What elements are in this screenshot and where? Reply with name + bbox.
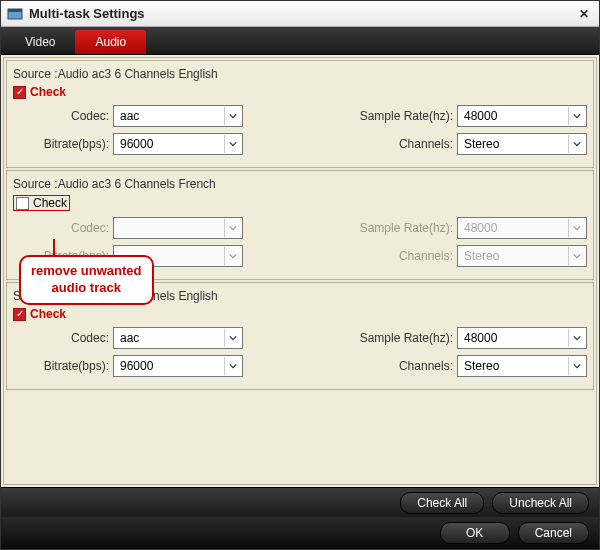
check-label: Check — [33, 196, 67, 210]
chevron-down-icon — [224, 247, 240, 265]
samplerate-value: 48000 — [464, 109, 497, 123]
titlebar: Multi-task Settings ✕ — [1, 1, 599, 27]
close-icon[interactable]: ✕ — [575, 5, 593, 23]
codec-value: aac — [120, 109, 139, 123]
channels-value: Stereo — [464, 137, 499, 151]
source-label: Source :Audio ac3 6 Channels French — [13, 175, 587, 195]
uncheck-all-button[interactable]: Uncheck All — [492, 492, 589, 514]
samplerate-label: Sample Rate(hz): — [337, 109, 457, 123]
samplerate-label: Sample Rate(hz): — [337, 221, 457, 235]
audio-track: Source :Audio ac3 6 Channels English Che… — [6, 60, 594, 168]
highlight-box: Check — [13, 195, 70, 211]
app-icon — [7, 6, 23, 22]
channels-label: Channels: — [337, 249, 457, 263]
samplerate-value: 48000 — [464, 331, 497, 345]
annotation-text: remove unwanted — [31, 263, 142, 280]
bitrate-value: 96000 — [120, 137, 153, 151]
samplerate-select[interactable]: 48000 — [457, 105, 587, 127]
window-title: Multi-task Settings — [29, 6, 575, 21]
codec-select[interactable]: aac — [113, 105, 243, 127]
chevron-down-icon — [568, 357, 584, 375]
channels-select[interactable]: Stereo — [457, 355, 587, 377]
tab-audio[interactable]: Audio — [75, 30, 146, 54]
annotation-text: audio track — [31, 280, 142, 297]
chevron-down-icon — [568, 107, 584, 125]
check-checkbox[interactable] — [13, 308, 26, 321]
check-checkbox[interactable] — [16, 197, 29, 210]
bitrate-value: 96000 — [120, 359, 153, 373]
samplerate-select: 48000 — [457, 217, 587, 239]
codec-value: aac — [120, 331, 139, 345]
chevron-down-icon — [224, 329, 240, 347]
samplerate-label: Sample Rate(hz): — [337, 331, 457, 345]
codec-label: Codec: — [13, 221, 113, 235]
bitrate-select[interactable]: 96000 — [113, 133, 243, 155]
channels-label: Channels: — [337, 359, 457, 373]
settings-window: Multi-task Settings ✕ Video Audio Source… — [0, 0, 600, 550]
chevron-down-icon — [224, 219, 240, 237]
bitrate-label: Bitrate(bps): — [13, 137, 113, 151]
bitrate-select[interactable]: 96000 — [113, 355, 243, 377]
check-label: Check — [30, 307, 66, 321]
check-label: Check — [30, 85, 66, 99]
ok-button[interactable]: OK — [440, 522, 510, 544]
check-all-button[interactable]: Check All — [400, 492, 484, 514]
cancel-button[interactable]: Cancel — [518, 522, 589, 544]
footer-dialog-buttons: OK Cancel — [1, 517, 599, 549]
chevron-down-icon — [568, 329, 584, 347]
samplerate-value: 48000 — [464, 221, 497, 235]
tab-video[interactable]: Video — [5, 30, 75, 54]
samplerate-select[interactable]: 48000 — [457, 327, 587, 349]
channels-select: Stereo — [457, 245, 587, 267]
check-checkbox[interactable] — [13, 86, 26, 99]
chevron-down-icon — [568, 247, 584, 265]
chevron-down-icon — [224, 107, 240, 125]
annotation-callout: remove unwanted audio track — [19, 255, 154, 305]
codec-label: Codec: — [13, 331, 113, 345]
codec-select[interactable]: aac — [113, 327, 243, 349]
tab-bar: Video Audio — [1, 27, 599, 55]
codec-select — [113, 217, 243, 239]
chevron-down-icon — [568, 219, 584, 237]
chevron-down-icon — [224, 135, 240, 153]
channels-value: Stereo — [464, 359, 499, 373]
codec-label: Codec: — [13, 109, 113, 123]
channels-label: Channels: — [337, 137, 457, 151]
chevron-down-icon — [224, 357, 240, 375]
bitrate-label: Bitrate(bps): — [13, 359, 113, 373]
channels-value: Stereo — [464, 249, 499, 263]
source-label: Source :Audio ac3 6 Channels English — [13, 65, 587, 85]
content-area: Source :Audio ac3 6 Channels English Che… — [1, 55, 599, 487]
channels-select[interactable]: Stereo — [457, 133, 587, 155]
footer-check-buttons: Check All Uncheck All — [1, 487, 599, 517]
chevron-down-icon — [568, 135, 584, 153]
svg-rect-1 — [8, 9, 22, 12]
